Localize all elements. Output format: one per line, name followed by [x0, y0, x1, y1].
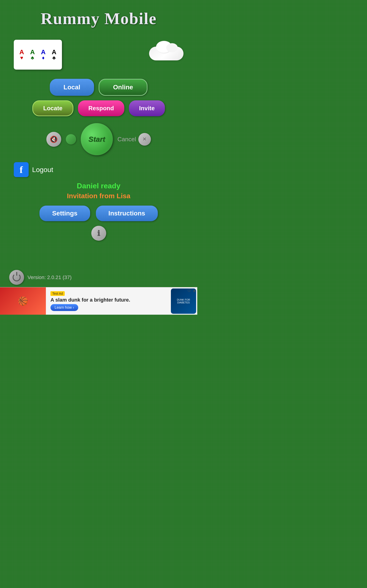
settings-button[interactable]: Settings [40, 206, 90, 221]
card-hand: A ♥ A ♣ A ♦ A ♣ [14, 40, 62, 69]
ad-banner: 🏀 Test Ad A slam dunk for a brighter fut… [0, 287, 197, 315]
app-title: Rummy Mobile [0, 0, 197, 33]
card-ace-clubs-black: A ♣ [50, 49, 58, 61]
card-ace-hearts: A ♥ [17, 49, 26, 61]
ad-cta-button[interactable]: Learn how › [50, 304, 78, 311]
ad-logo: DUNK FOR DIABETES [171, 288, 196, 314]
locate-button[interactable]: Locate [32, 100, 74, 116]
ad-close-button[interactable]: ✕ [193, 288, 196, 294]
cancel-area: Cancel ✕ [117, 133, 151, 146]
ad-content: Test Ad A slam dunk for a brighter futur… [46, 289, 170, 313]
version-label: Version: 2.0.21 (37) [27, 275, 72, 280]
instructions-button[interactable]: Instructions [96, 206, 158, 221]
power-button[interactable] [9, 270, 24, 285]
status-area: Daniel ready Invitation from Lisa [0, 182, 197, 200]
action-buttons: Settings Instructions [0, 206, 197, 221]
ad-label: Test Ad [50, 291, 65, 296]
power-icon [13, 273, 21, 281]
bottom-area: Version: 2.0.21 (37) [9, 270, 72, 285]
player-ready-status: Daniel ready [0, 182, 197, 190]
card-ace-clubs-green: A ♣ [28, 49, 37, 61]
local-button[interactable]: Local [50, 79, 94, 96]
invite-button[interactable]: Invite [129, 100, 165, 116]
network-buttons: Locate Respond Invite [0, 100, 197, 116]
game-controls: 🔇 Start Cancel ✕ [0, 123, 197, 155]
start-button[interactable]: Start [81, 123, 113, 155]
cancel-button[interactable]: ✕ [138, 133, 151, 146]
cards-section: A ♥ A ♣ A ♦ A ♣ [0, 33, 197, 74]
cloud-icon [149, 47, 184, 63]
info-button[interactable]: ℹ [91, 226, 106, 241]
mute-icon: 🔇 [50, 136, 58, 143]
cancel-label: Cancel [117, 136, 136, 143]
small-indicator-dot [66, 134, 76, 145]
social-row: f Logout [0, 160, 197, 179]
cancel-x-icon: ✕ [142, 136, 147, 142]
game-mode-buttons: Local Online [0, 79, 197, 96]
logout-button[interactable]: Logout [32, 166, 53, 174]
mute-button[interactable]: 🔇 [46, 132, 61, 147]
ad-jersey-icon: 🏀 [18, 296, 28, 306]
ad-headline: A slam dunk for a brighter future. [50, 297, 165, 303]
invitation-status: Invitation from Lisa [0, 192, 197, 200]
ad-logo-text: DUNK FOR DIABETES [172, 298, 195, 304]
online-button[interactable]: Online [99, 79, 148, 96]
ad-info-icon[interactable]: ⓘ [188, 288, 191, 293]
ad-image: 🏀 [0, 287, 46, 315]
facebook-icon[interactable]: f [14, 162, 29, 177]
card-ace-diamonds: A ♦ [39, 49, 48, 61]
respond-button[interactable]: Respond [78, 100, 124, 116]
